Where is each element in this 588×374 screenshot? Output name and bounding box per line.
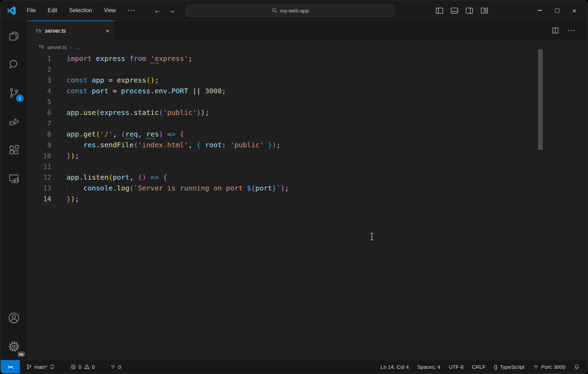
editor-scrollbar-thumb[interactable] [538, 49, 543, 150]
status-bar: >< main* 0 [1, 360, 587, 373]
code-line-7[interactable]: 7 [27, 118, 587, 129]
warning-icon [84, 364, 90, 370]
branch-name: main* [34, 364, 47, 370]
indent-value: Spaces: 4 [417, 364, 440, 370]
remote-indicator[interactable]: >< [1, 360, 20, 373]
settings-gear-icon[interactable]: vs [6, 338, 22, 355]
search-value: my-web-app [280, 8, 309, 14]
toggle-sidebar-icon[interactable] [435, 7, 443, 15]
line-number[interactable]: 3 [27, 75, 51, 86]
menu-selection[interactable]: Selection [63, 5, 98, 16]
maximize-button[interactable] [548, 1, 566, 20]
line-number[interactable]: 9 [27, 140, 51, 150]
language-value: TypeScript [500, 364, 525, 370]
code-line-4[interactable]: 4const port = process.env.PORT || 3000; [27, 86, 587, 96]
line-number[interactable]: 10 [27, 150, 51, 161]
eol-sequence[interactable]: CRLF [470, 364, 488, 370]
line-number[interactable]: 8 [27, 129, 51, 140]
vscode-logo-icon [7, 6, 16, 15]
customize-layout-icon[interactable] [480, 7, 488, 15]
code-text [51, 98, 67, 106]
breadcrumb: TS server.ts › … [27, 41, 587, 53]
extensions-icon[interactable] [6, 142, 22, 158]
code-line-10[interactable]: 10}); [27, 150, 587, 161]
source-control-icon[interactable]: 1 [6, 85, 22, 101]
git-branch-icon [26, 364, 32, 370]
menu-view[interactable]: View [98, 5, 122, 16]
eol-value: CRLF [472, 364, 486, 370]
code-line-5[interactable]: 5 [27, 96, 587, 107]
menu-file[interactable]: File [21, 5, 42, 16]
branch-status[interactable]: main* [25, 364, 56, 370]
accounts-icon[interactable] [6, 310, 22, 326]
line-number[interactable]: 12 [27, 172, 51, 183]
activity-bar: 1 [1, 21, 27, 360]
problems-status[interactable]: 0 0 [69, 364, 96, 370]
code-line-9[interactable]: 9 res.sendFile('index.html', { root: 'pu… [27, 140, 587, 150]
line-number[interactable]: 4 [27, 86, 51, 96]
toggle-secondary-sidebar-icon[interactable] [465, 7, 473, 15]
line-number[interactable]: 14 [27, 194, 51, 204]
cursor-position[interactable]: Ln 14, Col 4 [379, 364, 411, 370]
encoding[interactable]: UTF-8 [447, 364, 466, 370]
code-line-1[interactable]: 1import express from 'express'; [27, 53, 587, 64]
code-text: console.log(`Server is running on port $… [51, 184, 289, 192]
code-line-12[interactable]: 12app.listen(port, () => { [27, 172, 587, 183]
error-icon [70, 364, 76, 370]
breadcrumb-ts-icon: TS [39, 45, 44, 49]
code-line-3[interactable]: 3const app = express(); [27, 75, 587, 86]
forward-arrow-icon[interactable]: → [168, 6, 176, 15]
encoding-value: UTF-8 [449, 364, 464, 370]
ports-status[interactable]: 0 [109, 364, 122, 370]
minimize-button[interactable] [531, 1, 548, 20]
close-button[interactable]: × [566, 1, 583, 20]
breadcrumb-symbol-more[interactable]: … [75, 44, 80, 50]
code-line-11[interactable]: 11 [27, 161, 587, 172]
code-line-13[interactable]: 13 console.log(`Server is running on por… [27, 183, 587, 194]
code-text [51, 162, 67, 171]
forwarded-port[interactable]: Port: 3000 [531, 364, 567, 370]
line-col-value: Ln 14, Col 4 [381, 364, 409, 370]
history-nav: ← → [154, 1, 176, 20]
line-number[interactable]: 5 [27, 96, 51, 107]
code-text [51, 119, 67, 127]
back-arrow-icon[interactable]: ← [154, 6, 161, 15]
menu-edit[interactable]: Edit [42, 5, 63, 16]
search-icon [272, 8, 277, 13]
command-center-search[interactable]: my-web-app [186, 5, 395, 17]
remote-icon: >< [8, 364, 13, 370]
tab-close-icon[interactable]: × [106, 28, 109, 34]
remote-explorer-icon[interactable] [6, 170, 22, 187]
line-number[interactable]: 13 [27, 183, 51, 194]
code-text: import express from 'express'; [51, 54, 192, 63]
run-debug-icon[interactable] [6, 113, 22, 130]
search-view-icon[interactable] [6, 56, 22, 73]
code-line-6[interactable]: 6app.use(express.static('public')); [27, 107, 587, 118]
editor-more-actions-icon[interactable]: ··· [568, 27, 576, 34]
code-text [51, 65, 67, 73]
language-mode[interactable]: {} TypeScript [492, 364, 527, 370]
explorer-icon[interactable] [6, 28, 22, 44]
code-text: app.get('/', (req, res) => { [51, 130, 184, 138]
code-editor[interactable]: 1import express from 'express';23const a… [27, 53, 587, 360]
code-line-8[interactable]: 8app.get('/', (req, res) => { [27, 129, 587, 140]
line-number[interactable]: 6 [27, 107, 51, 118]
line-number[interactable]: 11 [27, 161, 51, 172]
ports-count: 0 [118, 364, 121, 370]
indentation[interactable]: Spaces: 4 [415, 364, 442, 370]
split-editor-icon[interactable] [552, 27, 559, 34]
minimize-icon [537, 10, 542, 11]
code-line-2[interactable]: 2 [27, 64, 587, 75]
code-text: const app = express(); [51, 76, 159, 84]
close-icon: × [572, 7, 577, 14]
code-line-14[interactable]: 14}); [27, 194, 587, 204]
breadcrumb-file[interactable]: server.ts [47, 44, 67, 50]
tab-server-ts[interactable]: TS server.ts × [27, 21, 115, 40]
line-number[interactable]: 2 [27, 64, 51, 75]
line-number[interactable]: 1 [27, 53, 51, 64]
toggle-panel-icon[interactable] [450, 7, 458, 15]
notifications[interactable] [572, 364, 582, 370]
vs-settings-badge: vs [17, 351, 25, 357]
menu-more-icon[interactable]: ··· [122, 5, 142, 16]
line-number[interactable]: 7 [27, 118, 51, 129]
